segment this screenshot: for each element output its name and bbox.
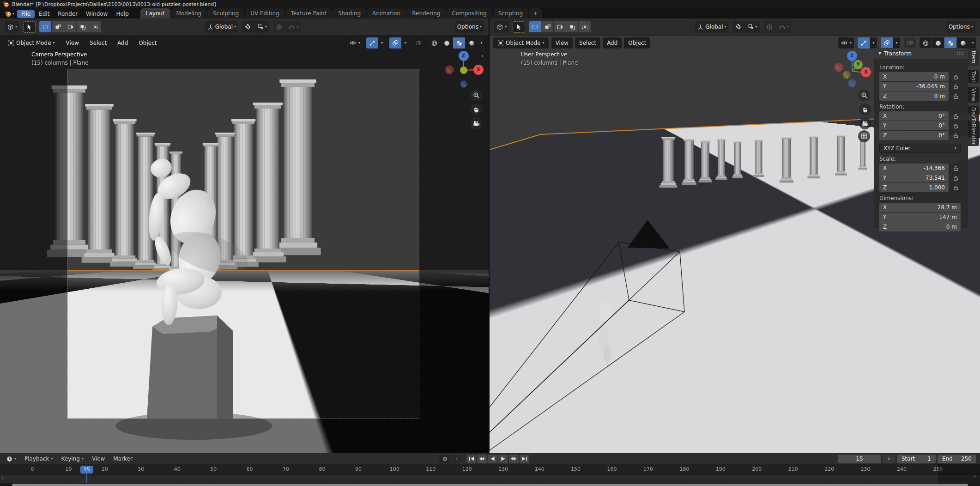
lock-icon[interactable] — [953, 175, 959, 181]
timeline-menu-view[interactable]: View — [88, 455, 109, 463]
zoom-button[interactable] — [470, 89, 482, 101]
field-scale-y[interactable]: Y73.541 — [879, 173, 949, 182]
play-reverse-button[interactable] — [488, 455, 497, 463]
mode-dropdown[interactable]: Object Mode ▾ — [4, 37, 59, 49]
proportional-edit-toggle[interactable] — [273, 21, 285, 33]
sidebar-collapse-arrow[interactable]: ‹ — [481, 52, 484, 59]
panel-header-transform[interactable]: ▼ Transform — [874, 48, 968, 59]
snap-settings-dropdown[interactable]: ▾ — [745, 21, 760, 33]
lock-icon[interactable] — [953, 113, 959, 119]
workspace-tab-animation[interactable]: Animation — [367, 8, 406, 18]
transform-orientation-dropdown[interactable]: Global ▾ — [205, 21, 238, 33]
field-rotation-z[interactable]: Z0° — [879, 131, 949, 140]
workspace-tab-rendering[interactable]: Rendering — [406, 8, 446, 18]
jump-to-start-button[interactable] — [466, 455, 476, 463]
visibility-dropdown[interactable]: ▾ — [347, 37, 363, 49]
next-keyframe-button[interactable] — [509, 455, 519, 463]
gizmo-axis-y[interactable]: Y — [853, 60, 863, 69]
workspace-tab-shading[interactable]: Shading — [333, 8, 366, 18]
viewport-canvas-right[interactable]: Object Mode ▾ ViewSelectAddObject ▾ ▾ ▾ … — [490, 36, 980, 453]
lock-icon[interactable] — [953, 123, 959, 129]
gizmo-axis-z[interactable]: Z — [459, 51, 469, 61]
camera-view-button[interactable] — [470, 117, 482, 129]
menu-help[interactable]: Help — [112, 10, 133, 18]
xray-toggle[interactable] — [412, 37, 424, 49]
camera-view-button[interactable] — [859, 117, 871, 129]
navigation-gizmo[interactable]: ZX — [439, 45, 489, 91]
workspace-tab-layout[interactable]: Layout — [140, 8, 170, 18]
field-scale-z[interactable]: Z1.000 — [879, 183, 949, 192]
field-scale-x[interactable]: X-14.366 — [879, 164, 949, 173]
playhead-line[interactable] — [86, 474, 87, 483]
viewport-menu-select[interactable]: Select — [85, 37, 111, 49]
sidebar-tab-view[interactable]: View — [968, 87, 979, 103]
lock-icon[interactable] — [953, 93, 959, 99]
shading-rendered-button[interactable] — [957, 37, 969, 49]
sidebar-tab-tool[interactable]: Tool — [968, 70, 979, 83]
proportional-falloff-dropdown[interactable]: ▾ — [776, 21, 791, 33]
camera-object[interactable] — [490, 220, 684, 453]
xray-toggle[interactable] — [904, 37, 916, 49]
viewport-menu-add[interactable]: Add — [113, 37, 132, 49]
snap-settings-dropdown[interactable]: ▾ — [255, 21, 269, 33]
start-frame-field[interactable]: Start1 — [897, 455, 936, 463]
overlays-dropdown[interactable]: ▾ — [402, 37, 409, 49]
overlays-dropdown[interactable]: ▾ — [893, 37, 900, 49]
select-mode-invert-button[interactable] — [566, 21, 578, 32]
shading-wireframe-button[interactable] — [920, 37, 932, 49]
transform-orientation-dropdown[interactable]: Global ▾ — [695, 21, 728, 33]
perspective-toggle-button[interactable] — [858, 130, 870, 142]
show-gizmo-toggle[interactable] — [366, 37, 378, 49]
viewport-menu-view[interactable]: View — [62, 37, 83, 49]
sidebar-tab-daztoblender[interactable]: DazToBlender — [968, 106, 979, 146]
workspace-tab-compositing[interactable]: Compositing — [446, 8, 492, 18]
gizmo-axis[interactable] — [835, 63, 843, 72]
gizmo-dropdown[interactable]: ▾ — [379, 37, 386, 49]
editor-type-button[interactable]: ▾ — [5, 21, 19, 33]
zoom-button[interactable] — [858, 89, 870, 101]
show-overlays-toggle[interactable] — [881, 37, 893, 49]
snap-toggle-button[interactable] — [242, 21, 254, 33]
viewport-menu-object[interactable]: Object — [134, 37, 161, 49]
gizmo-axis-x[interactable]: X — [473, 65, 484, 75]
field-rotation-y[interactable]: Y0° — [879, 121, 949, 130]
options-dropdown[interactable]: Options ▾ — [455, 21, 484, 33]
workspace-tab-scripting[interactable]: Scripting — [493, 8, 528, 18]
lock-icon[interactable] — [953, 84, 959, 90]
options-dropdown[interactable]: Options ▾ — [946, 21, 975, 33]
auto-keying-toggle[interactable] — [439, 455, 450, 463]
shading-dropdown[interactable]: ▾ — [969, 37, 976, 49]
active-tool-button[interactable] — [513, 21, 525, 33]
end-frame-field[interactable]: End250 — [938, 455, 976, 463]
gizmo-axis[interactable] — [460, 81, 467, 87]
current-frame-field[interactable]: 15 — [838, 455, 881, 463]
prev-keyframe-button[interactable] — [477, 455, 487, 463]
proportional-falloff-dropdown[interactable]: ▾ — [286, 21, 301, 33]
field-dimensions-x[interactable]: X28.7 m — [879, 203, 961, 212]
active-tool-button[interactable] — [23, 21, 36, 33]
field-location-z[interactable]: Z0 m — [879, 91, 949, 101]
gizmo-axis[interactable] — [848, 79, 856, 87]
gizmo-axis-x[interactable]: X — [861, 67, 871, 77]
mode-dropdown[interactable]: Object Mode ▾ — [493, 37, 549, 49]
timeline-editor-type-button[interactable]: ▾ — [4, 453, 18, 465]
viewport-menu-view[interactable]: View — [551, 37, 573, 49]
timeline-collapse-arrow[interactable]: ‹ — [974, 473, 976, 480]
blender-menu-button[interactable]: ▾ — [2, 9, 17, 18]
timeline-scrollbar[interactable] — [12, 484, 968, 486]
frame-ruler[interactable]: 0102030405060708090100110120130140150160… — [0, 464, 980, 475]
select-mode-set-button[interactable] — [529, 21, 541, 32]
workspace-tab-texture-paint[interactable]: Texture Paint — [285, 8, 332, 18]
play-button[interactable] — [498, 455, 508, 463]
select-mode-intersect-button[interactable] — [579, 21, 591, 32]
use-preview-range-button[interactable] — [883, 455, 895, 463]
timeline-menu-marker[interactable]: Marker — [109, 455, 136, 463]
field-location-x[interactable]: X0 m — [879, 72, 949, 81]
sidebar-tab-item[interactable]: Item — [968, 49, 979, 66]
pan-button[interactable] — [470, 103, 482, 115]
viewport-menu-select[interactable]: Select — [575, 37, 600, 49]
panel-grip-icon[interactable] — [956, 50, 964, 57]
proportional-edit-toggle[interactable] — [763, 21, 776, 33]
select-mode-extend-button[interactable] — [541, 21, 553, 32]
gizmo-axis[interactable] — [445, 66, 454, 74]
